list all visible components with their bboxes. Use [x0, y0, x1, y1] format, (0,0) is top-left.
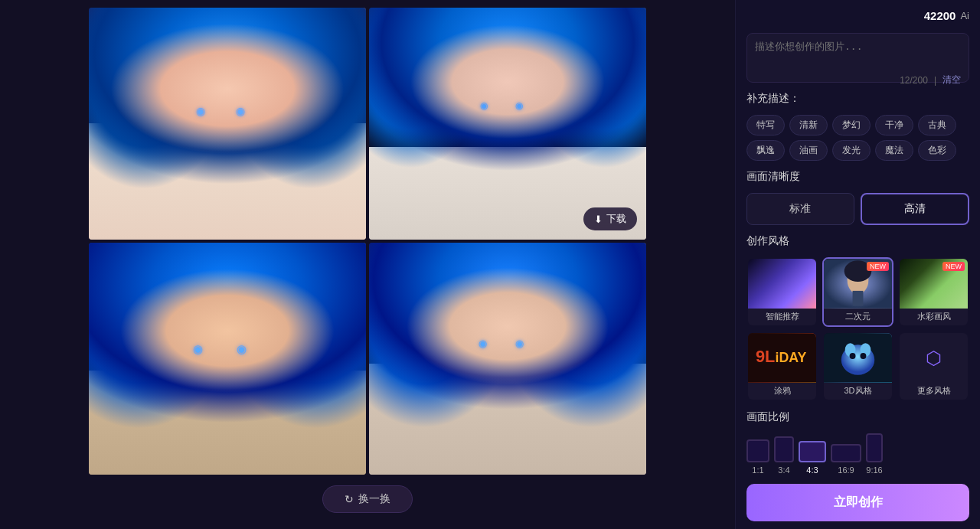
ratio-icon-3x4	[774, 436, 794, 462]
style-card-graffiti[interactable]: 9L iDAY 涂鸦	[746, 331, 818, 401]
svg-rect-3	[853, 291, 864, 306]
right-panel: 42200 Ai 12/200 | 清空 补充描述： 特写 清新 梦幻 干净 古…	[735, 0, 980, 529]
ratio-1x1[interactable]: 1:1	[746, 439, 769, 475]
image-cell-1[interactable]	[89, 8, 366, 240]
style-label-3d: 3D风格	[824, 383, 892, 400]
ratio-icon-1x1	[746, 439, 769, 462]
quality-section: 画面清晰度 标准 高清	[746, 170, 969, 225]
tag-油画[interactable]: 油画	[789, 140, 828, 161]
style-img-3d	[824, 333, 892, 383]
tag-魔法[interactable]: 魔法	[875, 140, 913, 161]
char-overlay-2	[369, 8, 646, 240]
quality-buttons: 标准 高清	[746, 193, 969, 225]
supplement-label: 补充描述：	[746, 92, 969, 106]
watercolor-badge: NEW	[942, 262, 965, 271]
style-grid: 智能推荐	[746, 257, 969, 401]
ratio-label: 画面比例	[746, 410, 969, 424]
ratio-label-3x4: 3:4	[778, 465, 789, 475]
prompt-input[interactable]	[755, 40, 961, 70]
ratio-icon-9x16	[866, 433, 883, 462]
style-label-anime: 二次元	[824, 309, 892, 325]
style-label: 创作风格	[746, 234, 969, 248]
create-button[interactable]: 立即创作	[746, 484, 969, 521]
style-label-smart: 智能推荐	[748, 309, 816, 325]
clear-button[interactable]: 清空	[942, 73, 961, 87]
ratio-label-1x1: 1:1	[752, 465, 763, 475]
ratio-9x16[interactable]: 9:16	[866, 433, 883, 475]
svg-point-11	[850, 353, 856, 359]
style-label-watercolor: 水彩画风	[900, 309, 968, 325]
char-count: 12/200	[900, 75, 928, 86]
image-grid: ⬇ 下载	[89, 8, 646, 475]
style-img-smart	[748, 259, 816, 309]
prompt-meta: 12/200 | 清空	[755, 73, 961, 87]
anime-badge: NEW	[867, 262, 889, 271]
ratio-label-9x16: 9:16	[866, 465, 882, 475]
char-overlay-1	[89, 8, 366, 240]
style-card-watercolor[interactable]: NEW 水彩画风	[898, 257, 969, 327]
image-cell-3[interactable]	[89, 243, 366, 475]
tag-梦幻[interactable]: 梦幻	[832, 115, 871, 136]
tag-飘逸[interactable]: 飘逸	[746, 140, 785, 161]
tag-古典[interactable]: 古典	[918, 115, 956, 136]
svg-point-12	[860, 353, 866, 359]
ratio-icon-16x9	[831, 444, 861, 462]
style-card-smart[interactable]: 智能推荐	[746, 257, 818, 327]
tags-row: 特写 清新 梦幻 干净 古典 飘逸 油画 发光 魔法 色彩	[746, 115, 969, 161]
supplement-section: 补充描述： 特写 清新 梦幻 干净 古典 飘逸 油画 发光 魔法 色彩	[746, 92, 969, 161]
style-card-more[interactable]: ⬡ 更多风格	[898, 331, 969, 401]
image-cell-4[interactable]	[369, 243, 646, 475]
ratio-label-16x9: 16:9	[838, 465, 854, 475]
3d-svg	[824, 333, 892, 383]
more-icon: ⬡	[926, 348, 942, 369]
ratio-icon-4x3	[799, 441, 826, 462]
style-card-anime[interactable]: NEW 二次元	[822, 257, 893, 327]
ratio-buttons: 1:1 3:4 4:3 16:9 9:16	[746, 433, 969, 475]
quality-label: 画面清晰度	[746, 170, 969, 184]
credit-unit: Ai	[960, 10, 969, 21]
style-img-graffiti: 9L iDAY	[748, 333, 816, 383]
style-section: 创作风格 智能推荐	[746, 234, 969, 401]
refresh-button[interactable]: ↻ 换一换	[322, 485, 413, 513]
style-img-more: ⬡	[900, 333, 968, 383]
char-overlay-3	[89, 243, 366, 475]
meta-divider: |	[934, 75, 936, 86]
credit-count: 42200	[924, 9, 956, 22]
quality-standard[interactable]: 标准	[746, 193, 854, 225]
credit-area: 42200 Ai	[746, 8, 969, 24]
svg-text:iDAY: iDAY	[776, 350, 807, 365]
download-icon: ⬇	[594, 214, 603, 225]
style-label-more: 更多风格	[900, 383, 968, 400]
tag-清新[interactable]: 清新	[789, 115, 828, 136]
download-button[interactable]: ⬇ 下载	[583, 207, 637, 230]
ratio-4x3[interactable]: 4:3	[799, 441, 826, 475]
style-label-graffiti: 涂鸦	[748, 383, 816, 400]
tag-特写[interactable]: 特写	[746, 115, 785, 136]
image-cell-2[interactable]: ⬇ 下载	[369, 8, 646, 240]
svg-text:9L: 9L	[756, 347, 775, 366]
ratio-16x9[interactable]: 16:9	[831, 444, 861, 475]
ratio-section: 画面比例 1:1 3:4 4:3 16:9	[746, 410, 969, 475]
tag-干净[interactable]: 干净	[875, 115, 913, 136]
refresh-icon: ↻	[345, 493, 354, 505]
refresh-label: 换一换	[358, 492, 390, 506]
tag-发光[interactable]: 发光	[832, 140, 871, 161]
tag-色彩[interactable]: 色彩	[918, 140, 956, 161]
char-overlay-4	[369, 243, 646, 475]
prompt-area: 12/200 | 清空	[746, 33, 969, 83]
style-card-3d[interactable]: 3D风格	[822, 331, 893, 401]
download-label: 下载	[606, 212, 626, 226]
quality-hd[interactable]: 高清	[861, 193, 970, 225]
left-panel: ⬇ 下载 ↻ 换一换	[0, 0, 735, 529]
ratio-3x4[interactable]: 3:4	[774, 436, 794, 475]
ratio-label-4x3: 4:3	[806, 465, 818, 475]
graffiti-svg: 9L iDAY	[748, 333, 816, 383]
